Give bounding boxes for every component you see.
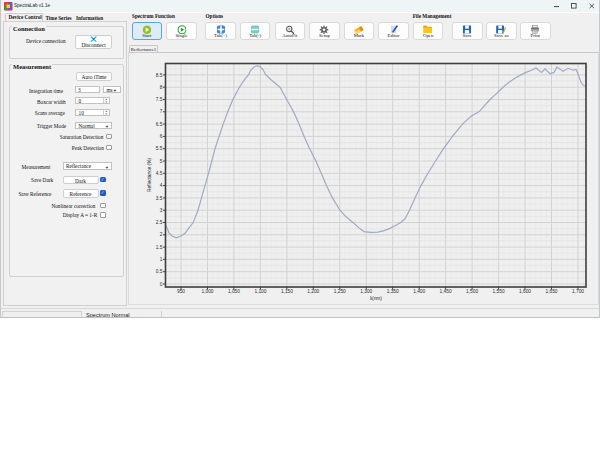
svg-text:1,200: 1,200	[307, 289, 319, 294]
svg-text:1,300: 1,300	[360, 289, 372, 294]
svg-text:7: 7	[160, 109, 163, 114]
svg-text:5.5: 5.5	[156, 146, 163, 151]
svg-text:3.5: 3.5	[156, 195, 163, 200]
svg-text:1,500: 1,500	[466, 289, 478, 294]
svg-text:1,600: 1,600	[519, 289, 531, 294]
svg-text:1,550: 1,550	[493, 289, 505, 294]
svg-text:6.5: 6.5	[156, 121, 163, 126]
svg-text:1,350: 1,350	[387, 289, 399, 294]
svg-text:1.5: 1.5	[156, 244, 163, 249]
svg-text:8.5: 8.5	[156, 72, 163, 77]
svg-text:2.5: 2.5	[156, 220, 163, 225]
svg-text:1,100: 1,100	[254, 289, 266, 294]
svg-text:Reflectance (%): Reflectance (%)	[147, 157, 152, 192]
svg-text:λ(nm): λ(nm)	[370, 295, 383, 300]
svg-text:2: 2	[160, 232, 163, 237]
svg-text:0: 0	[160, 281, 163, 286]
svg-text:1,000: 1,000	[201, 289, 213, 294]
svg-text:1,400: 1,400	[413, 289, 425, 294]
svg-text:6: 6	[160, 134, 163, 139]
svg-text:5: 5	[160, 158, 163, 163]
svg-text:0.5: 0.5	[156, 269, 163, 274]
svg-text:8: 8	[160, 84, 163, 89]
svg-text:1,050: 1,050	[228, 289, 240, 294]
svg-text:1,450: 1,450	[440, 289, 452, 294]
svg-text:1,150: 1,150	[281, 289, 293, 294]
svg-text:4: 4	[160, 183, 163, 188]
svg-text:3: 3	[160, 207, 163, 212]
svg-text:4.5: 4.5	[156, 170, 163, 175]
svg-text:1: 1	[160, 257, 163, 262]
svg-text:950: 950	[177, 289, 185, 294]
svg-text:1,250: 1,250	[334, 289, 346, 294]
svg-text:1,650: 1,650	[545, 289, 557, 294]
svg-text:1,700: 1,700	[572, 289, 584, 294]
svg-text:7.5: 7.5	[156, 97, 163, 102]
